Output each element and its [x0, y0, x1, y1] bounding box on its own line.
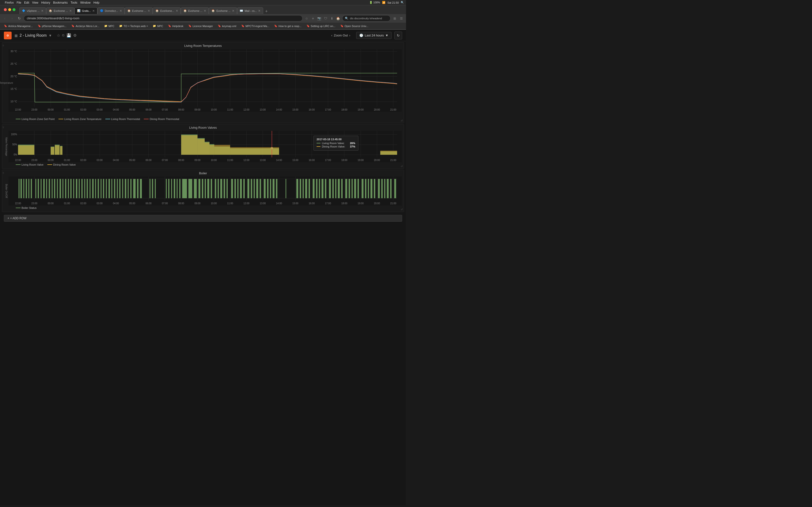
- legend-dr-thermostat[interactable]: Dining Room Thermostat: [144, 118, 179, 120]
- bookmark-star-icon[interactable]: ☆: [304, 16, 309, 21]
- tab-close-grafana[interactable]: ✕: [92, 9, 95, 12]
- svg-rect-173: [43, 179, 45, 198]
- svg-text:0%: 0%: [13, 153, 17, 156]
- tab-close-vsphere[interactable]: ✕: [41, 9, 44, 12]
- tab-close-evohome3[interactable]: ✕: [176, 9, 178, 12]
- extensions-icon[interactable]: ⊞: [392, 16, 397, 21]
- svg-text:07:00: 07:00: [162, 159, 168, 162]
- menu-edit[interactable]: Edit: [24, 1, 29, 4]
- menu-bookmarks[interactable]: Bookmarks: [53, 1, 68, 4]
- valves-resize-handle[interactable]: ⊿: [400, 164, 403, 168]
- legend-lr-valve[interactable]: Living Room Valve: [16, 163, 44, 166]
- tab-evohome2[interactable]: 🏠 Evohome ... ✕: [125, 7, 153, 14]
- svg-rect-258: [332, 179, 334, 198]
- bookmark-pfsense[interactable]: 🔖 pfSense Managem...: [36, 23, 69, 29]
- legend-zone-set-point[interactable]: Living Room Zone Set Point: [16, 118, 55, 120]
- back-button[interactable]: ‹: [2, 15, 8, 21]
- shield-icon[interactable]: 🛡: [323, 16, 328, 21]
- tab-close-evohome5[interactable]: ✕: [232, 9, 235, 12]
- valves-chart: Valve Percentage: [4, 131, 402, 162]
- legend-zone-temperature[interactable]: Living Room Zone Temperature: [58, 118, 101, 120]
- reload-button[interactable]: ↻: [16, 15, 22, 21]
- close-button[interactable]: [4, 8, 7, 11]
- svg-rect-242: [267, 179, 268, 198]
- share-icon[interactable]: ⎋: [62, 33, 64, 38]
- url-bar[interactable]: climate:3000/dashboard/db/2-living-room: [24, 15, 303, 21]
- maximize-button[interactable]: [12, 8, 15, 11]
- tab-close-domoticz[interactable]: ✕: [120, 9, 122, 12]
- svg-rect-220: [194, 179, 197, 198]
- bookmark-opensource[interactable]: 🔖 Open Source Univ...: [338, 23, 370, 29]
- menu-file[interactable]: File: [17, 1, 21, 4]
- valves-drag-handle[interactable]: ⠿: [2, 124, 4, 131]
- tab-evohome4[interactable]: 🏠 Evohome ... ✕: [181, 7, 209, 14]
- forward-button[interactable]: ›: [9, 15, 15, 21]
- time-range-button[interactable]: 🕐 Last 24 hours ▼: [356, 32, 392, 39]
- tab-close-evohome4[interactable]: ✕: [204, 9, 206, 12]
- add-row-button[interactable]: + + ADD ROW: [4, 215, 402, 222]
- tab-domoticz[interactable]: 🔵 Domoticz... ✕: [97, 7, 125, 14]
- svg-rect-194: [101, 179, 101, 198]
- svg-rect-244: [272, 179, 274, 198]
- star-icon[interactable]: ☆: [57, 33, 60, 38]
- menu-help[interactable]: Help: [94, 1, 100, 4]
- tab-close-evohome1[interactable]: ✕: [69, 9, 72, 12]
- bookmark-helpdesk[interactable]: 🔖 Helpdesk: [166, 23, 185, 29]
- zoom-out-button[interactable]: ‹ Zoom Out ›: [328, 32, 353, 39]
- tab-close-mail[interactable]: ✕: [258, 9, 260, 12]
- grafana-nav: ▦ 2 - Living Room ▼ ☆ ⎋ 💾 ⚙ ‹ Zoom Out ›…: [0, 30, 406, 41]
- legend-label-dr-valve: Dining Room Valve: [53, 163, 75, 166]
- tab-evohome1[interactable]: 🏠 Evohome ... ✕: [46, 7, 74, 14]
- svg-rect-232: [235, 179, 236, 198]
- tab-evohome3[interactable]: 🏠 EvoHome... ✕: [153, 7, 181, 14]
- bookmark-antrica[interactable]: 🔖 Antrica Manageme...: [2, 23, 35, 29]
- menu-firefox[interactable]: Firefox: [5, 1, 14, 4]
- breadcrumb-dropdown-icon[interactable]: ▼: [49, 34, 52, 38]
- tab-grafana[interactable]: 📊 Grafa... ✕: [74, 7, 97, 14]
- grafana-logo[interactable]: [4, 32, 12, 39]
- svg-rect-261: [341, 179, 343, 198]
- svg-rect-275: [387, 179, 389, 198]
- screenshot-icon[interactable]: 📷: [317, 16, 322, 21]
- bookmark-lirc[interactable]: 🔖 Setting up LIRC on...: [305, 23, 337, 29]
- svg-text:11:00: 11:00: [227, 202, 233, 205]
- menu-view[interactable]: View: [32, 1, 39, 4]
- save-icon[interactable]: 💾: [66, 33, 71, 38]
- menu-icon[interactable]: ☰: [399, 16, 404, 21]
- new-tab-button[interactable]: +: [263, 9, 270, 14]
- dashboard-title[interactable]: 2 - Living Room: [19, 33, 47, 38]
- bookmark-licence-manager[interactable]: 🔖 Licence Manager: [186, 23, 215, 29]
- svg-rect-107: [181, 135, 198, 155]
- search-icon[interactable]: 🔍: [401, 1, 404, 4]
- legend-dr-valve[interactable]: Dining Room Valve: [47, 163, 75, 166]
- bookmark-arcteryx[interactable]: 🔖 Arcteryx Mens Lor...: [69, 23, 101, 29]
- svg-text:15:00: 15:00: [292, 159, 298, 162]
- boiler-drag-handle[interactable]: ⠿: [2, 170, 4, 176]
- legend-lr-thermostat[interactable]: Living Room Thermostat: [105, 118, 140, 120]
- menu-history[interactable]: History: [41, 1, 50, 4]
- bookmark-rasp[interactable]: 🔖 How to get a rasp...: [272, 23, 303, 29]
- menu-tools[interactable]: Tools: [70, 1, 77, 4]
- download-icon[interactable]: ⬇: [329, 16, 335, 21]
- tab-close-evohome2[interactable]: ✕: [148, 9, 150, 12]
- refresh-button[interactable]: ↻: [394, 32, 402, 39]
- menu-window[interactable]: Window: [80, 1, 91, 4]
- settings-icon[interactable]: ⚙: [73, 33, 77, 38]
- bookmark-techops[interactable]: 📁 TO = Techops.web =: [117, 23, 150, 29]
- panel-drag-handle[interactable]: ⠿: [2, 43, 4, 49]
- tab-vsphere[interactable]: 🔷 vSphere ... ✕: [19, 7, 46, 14]
- search-bar[interactable]: 🔍 dts discontinuity tvheadend: [342, 15, 391, 21]
- tab-evohome5[interactable]: 🏠 Evohome ... ✕: [209, 7, 237, 14]
- temperatures-resize-handle[interactable]: ⊿: [400, 119, 403, 122]
- tab-mail[interactable]: ✉️ Mail - cs... ✕: [237, 7, 263, 14]
- minimize-button[interactable]: [8, 8, 11, 11]
- bookmark-mpc1[interactable]: 📁 MPC: [102, 23, 116, 29]
- svg-text:17:00: 17:00: [325, 202, 331, 205]
- bookmark-mpc2[interactable]: 📁 MPC: [151, 23, 165, 29]
- boiler-resize-handle[interactable]: ⊿: [400, 207, 403, 211]
- bookmark-mpctv[interactable]: 🔖 MPCTV-ingest Ma...: [239, 23, 271, 29]
- reader-view-icon[interactable]: ≡: [310, 16, 316, 21]
- bookmark-keymap[interactable]: 🔖 keymap.xml: [216, 23, 238, 29]
- home-icon[interactable]: 🏠: [336, 16, 341, 21]
- legend-boiler-status[interactable]: Boiler Status: [16, 207, 37, 209]
